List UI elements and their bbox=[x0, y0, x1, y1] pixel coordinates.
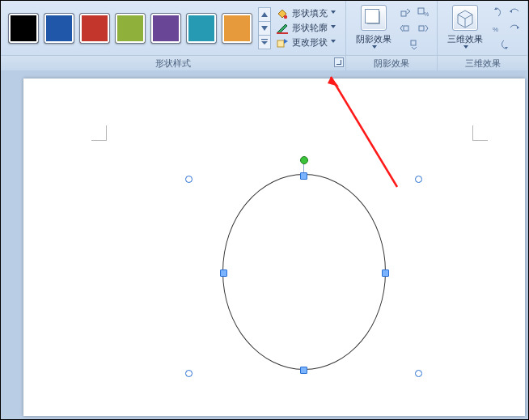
group-label-text: 三维效果 bbox=[465, 58, 501, 68]
three-d-effects-button[interactable]: 三维效果 bbox=[445, 5, 485, 52]
ribbon: 形状填充 形状轮廓 更改形状 bbox=[1, 1, 528, 71]
tilt-controls: % bbox=[489, 5, 523, 52]
shape-options: 形状填充 形状轮廓 更改形状 bbox=[273, 7, 341, 49]
handle-e[interactable] bbox=[382, 269, 389, 277]
style-gallery[interactable] bbox=[6, 11, 255, 45]
change-shape-button[interactable]: 更改形状 bbox=[276, 36, 337, 49]
svg-rect-7 bbox=[404, 26, 408, 31]
style-swatch-0[interactable] bbox=[8, 13, 39, 44]
page[interactable] bbox=[23, 78, 525, 416]
margin-corner-tl bbox=[91, 125, 107, 141]
shadow-toggle[interactable]: % bbox=[415, 5, 431, 19]
chevron-down-icon bbox=[463, 45, 470, 52]
group-3d: 三维效果 % 三维效果 bbox=[438, 1, 528, 70]
three-d-effects-label: 三维效果 bbox=[447, 33, 483, 45]
margin-corner-tr bbox=[472, 125, 488, 141]
gallery-down[interactable] bbox=[258, 22, 271, 36]
svg-rect-0 bbox=[261, 39, 268, 40]
selection-box[interactable] bbox=[185, 163, 421, 381]
shadow-effects-label: 阴影效果 bbox=[356, 33, 391, 45]
bucket-icon bbox=[276, 7, 289, 20]
document-area bbox=[1, 70, 528, 419]
handle-w[interactable] bbox=[220, 269, 227, 277]
chevron-down-icon bbox=[331, 25, 337, 32]
svg-rect-5 bbox=[418, 8, 424, 14]
shadow-icon bbox=[361, 5, 387, 31]
handle-se[interactable] bbox=[415, 370, 422, 377]
pen-icon bbox=[276, 22, 289, 35]
gallery-more[interactable] bbox=[258, 36, 271, 49]
chevron-down-icon bbox=[331, 11, 337, 17]
style-swatch-6[interactable] bbox=[222, 13, 252, 44]
tilt-left[interactable] bbox=[506, 5, 523, 19]
gallery-up[interactable] bbox=[258, 7, 271, 22]
cube-icon bbox=[452, 5, 478, 31]
handle-nw[interactable] bbox=[185, 176, 193, 183]
group-label-text: 阴影效果 bbox=[374, 58, 409, 68]
group-label-3d: 三维效果 bbox=[438, 55, 527, 70]
shadow-nudge-up[interactable] bbox=[397, 5, 413, 19]
style-swatch-1[interactable] bbox=[44, 13, 74, 44]
svg-text:%: % bbox=[424, 11, 429, 17]
group-shape-styles: 形状填充 形状轮廓 更改形状 bbox=[1, 1, 346, 70]
shape-outline-button[interactable]: 形状轮廓 bbox=[276, 22, 337, 35]
shadow-effects-button[interactable]: 阴影效果 bbox=[353, 5, 394, 52]
change-shape-icon bbox=[276, 36, 289, 49]
handle-sw[interactable] bbox=[185, 370, 193, 377]
svg-rect-4 bbox=[401, 11, 406, 16]
shape-outline-label: 形状轮廓 bbox=[292, 22, 328, 34]
group-label-shadow: 阴影效果 bbox=[346, 55, 437, 70]
shadow-nudge-right[interactable] bbox=[415, 21, 431, 36]
handle-ne[interactable] bbox=[415, 176, 422, 183]
group-shadow: 阴影效果 % 阴影效果 bbox=[346, 1, 438, 70]
svg-point-1 bbox=[284, 15, 287, 18]
tilt-right[interactable] bbox=[506, 21, 523, 36]
chevron-down-icon bbox=[331, 40, 337, 46]
shadow-nudge-left[interactable] bbox=[397, 21, 413, 36]
svg-rect-9 bbox=[411, 40, 416, 45]
handle-n[interactable] bbox=[300, 172, 307, 180]
style-swatch-5[interactable] bbox=[186, 13, 217, 44]
style-swatch-3[interactable] bbox=[115, 13, 146, 44]
gallery-scroll bbox=[258, 7, 271, 49]
tilt-up[interactable] bbox=[489, 5, 505, 19]
shadow-nudge-down[interactable] bbox=[408, 37, 421, 52]
tilt-reset[interactable] bbox=[499, 37, 512, 52]
handle-s[interactable] bbox=[300, 367, 307, 374]
change-shape-label: 更改形状 bbox=[292, 36, 328, 49]
style-swatch-4[interactable] bbox=[150, 13, 181, 44]
svg-rect-3 bbox=[277, 40, 284, 47]
svg-rect-2 bbox=[277, 32, 288, 34]
shape-fill-label: 形状填充 bbox=[292, 7, 328, 19]
shape-fill-button[interactable]: 形状填充 bbox=[276, 7, 337, 20]
svg-text:%: % bbox=[493, 26, 498, 33]
shape-ellipse[interactable] bbox=[222, 174, 386, 370]
chevron-down-icon bbox=[372, 45, 379, 52]
tilt-down[interactable]: % bbox=[489, 21, 505, 36]
svg-rect-8 bbox=[419, 26, 424, 31]
rotate-handle[interactable] bbox=[300, 156, 308, 164]
shadow-nudge: % bbox=[397, 5, 431, 52]
group-label-shape-styles: 形状样式 bbox=[1, 55, 345, 70]
group-label-text: 形状样式 bbox=[155, 58, 191, 68]
style-swatch-2[interactable] bbox=[79, 13, 110, 44]
dialog-launcher-shape-styles[interactable] bbox=[334, 57, 344, 67]
